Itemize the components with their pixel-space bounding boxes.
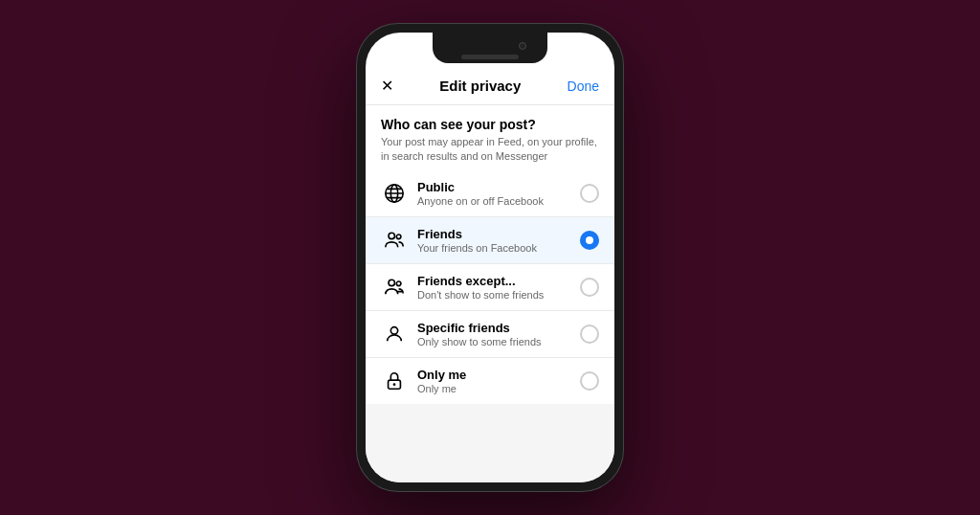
globe-icon: [381, 180, 408, 207]
svg-point-10: [390, 326, 397, 333]
option-friends[interactable]: Friends Your friends on Facebook: [366, 217, 614, 264]
option-friends-radio[interactable]: [580, 231, 599, 250]
option-friends-except-desc: Don't show to some friends: [417, 289, 580, 301]
option-only-me-desc: Only me: [417, 383, 580, 394]
option-friends-except-label: Friends except...: [417, 274, 580, 288]
option-only-me[interactable]: Only me Only me: [366, 358, 614, 404]
notch: [433, 33, 547, 63]
option-public-desc: Anyone on or off Facebook: [417, 195, 580, 207]
section-subtitle: Your post may appear in Feed, on your pr…: [381, 135, 599, 165]
done-button[interactable]: Done: [568, 78, 599, 94]
camera-dot: [519, 42, 526, 50]
phone-screen: ✕ Edit privacy Done Who can see your pos…: [366, 33, 614, 482]
option-public-label: Public: [417, 180, 580, 194]
specific-friends-icon: [381, 321, 408, 347]
option-public[interactable]: Public Anyone on or off Facebook: [366, 170, 614, 217]
friends-except-icon: [381, 274, 408, 301]
option-only-me-label: Only me: [417, 368, 580, 382]
svg-point-8: [396, 281, 401, 286]
bottom-space: [366, 404, 614, 482]
option-specific-friends-radio[interactable]: [580, 325, 599, 344]
option-specific-friends[interactable]: Specific friends Only show to some frien…: [366, 311, 614, 358]
option-friends-except-text: Friends except... Don't show to some fri…: [417, 274, 580, 301]
option-friends-except-radio[interactable]: [580, 278, 599, 297]
option-specific-friends-label: Specific friends: [417, 321, 580, 335]
option-public-radio[interactable]: [580, 184, 599, 203]
lock-icon: [381, 368, 408, 394]
svg-point-5: [389, 233, 394, 238]
option-specific-friends-text: Specific friends Only show to some frien…: [417, 321, 580, 347]
option-friends-desc: Your friends on Facebook: [417, 242, 580, 254]
modal-title: Edit privacy: [439, 78, 521, 94]
privacy-options-list: Public Anyone on or off Facebook: [366, 170, 614, 404]
section-header: Who can see your post? Your post may app…: [366, 105, 614, 170]
option-specific-friends-desc: Only show to some friends: [417, 336, 580, 347]
svg-point-12: [393, 383, 396, 386]
option-friends-label: Friends: [417, 227, 580, 241]
option-only-me-radio[interactable]: [580, 371, 599, 391]
close-button[interactable]: ✕: [381, 77, 393, 95]
screen-content: ✕ Edit privacy Done Who can see your pos…: [366, 33, 614, 482]
notch-pill: [461, 55, 519, 59]
option-only-me-text: Only me Only me: [417, 368, 580, 394]
option-friends-except[interactable]: Friends except... Don't show to some fri…: [366, 264, 614, 311]
section-title: Who can see your post?: [381, 117, 599, 132]
modal-header: ✕ Edit privacy Done: [366, 67, 614, 105]
friends-icon: [381, 227, 408, 254]
option-friends-text: Friends Your friends on Facebook: [417, 227, 580, 254]
svg-point-7: [389, 280, 394, 285]
option-public-text: Public Anyone on or off Facebook: [417, 180, 580, 207]
phone-frame: ✕ Edit privacy Done Who can see your pos…: [356, 23, 624, 492]
svg-point-6: [396, 235, 401, 239]
